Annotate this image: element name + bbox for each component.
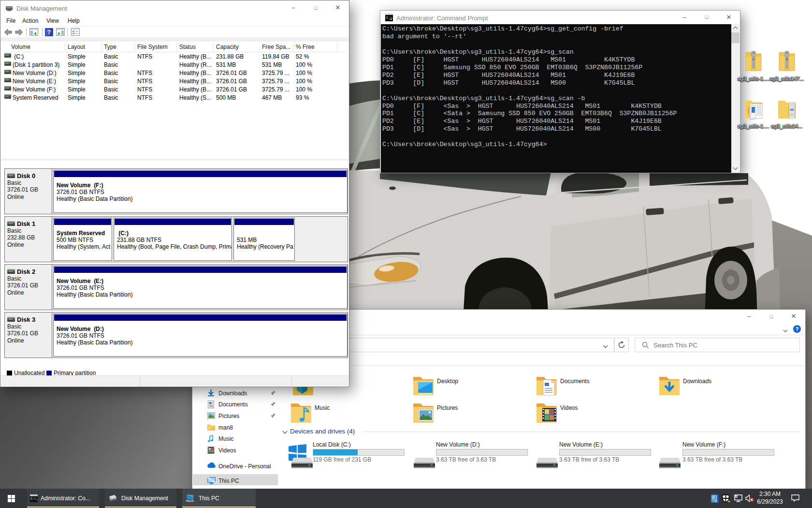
svg-text:?: ? <box>47 29 51 36</box>
svg-text:C:\_: C:\_ <box>31 497 38 501</box>
